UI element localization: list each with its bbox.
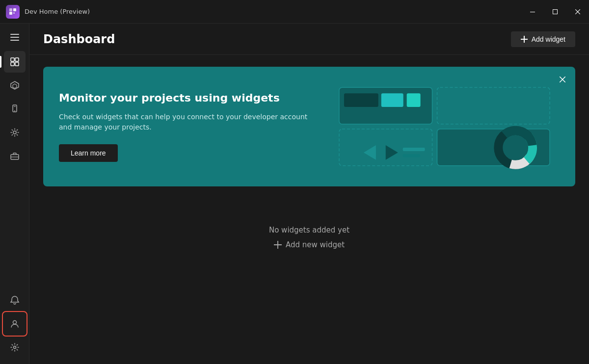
banner-title: Monitor your projects using widgets	[59, 91, 334, 105]
sidebar-item-dashboard[interactable]	[4, 51, 26, 73]
svg-rect-35	[403, 148, 425, 151]
sidebar	[0, 24, 29, 364]
page-title: Dashboard	[43, 32, 115, 46]
svg-rect-9	[10, 37, 19, 38]
svg-rect-36	[403, 154, 420, 157]
menu-toggle-button[interactable]	[4, 27, 26, 47]
learn-more-button[interactable]: Learn more	[59, 144, 118, 162]
main-content: Dashboard Add widget	[29, 24, 589, 364]
svg-rect-30	[407, 93, 421, 107]
no-widgets-text: No widgets added yet	[269, 226, 349, 234]
sidebar-nav	[0, 51, 29, 167]
main-header: Dashboard Add widget	[29, 24, 589, 55]
empty-state: No widgets added yet Add new widget	[43, 186, 575, 249]
sidebar-item-dev-settings[interactable]	[4, 122, 26, 143]
svg-rect-13	[11, 62, 14, 66]
svg-rect-10	[10, 40, 19, 41]
svg-rect-29	[381, 93, 403, 107]
sidebar-item-settings[interactable]	[4, 337, 26, 358]
minimize-button[interactable]	[521, 0, 544, 24]
svg-point-22	[13, 346, 16, 349]
svg-rect-1	[13, 8, 16, 11]
add-widget-label: Add widget	[532, 35, 565, 43]
content-area: Monitor your projects using widgets Chec…	[29, 55, 589, 261]
svg-marker-34	[386, 145, 398, 160]
svg-rect-14	[15, 62, 19, 66]
banner-illustration	[334, 82, 560, 171]
sidebar-item-extensions[interactable]	[4, 75, 26, 96]
sidebar-item-machine[interactable]	[4, 98, 26, 120]
sidebar-bottom	[0, 289, 29, 364]
titlebar: Dev Home (Preview)	[0, 0, 589, 24]
svg-rect-0	[9, 12, 12, 15]
close-button[interactable]	[566, 0, 589, 24]
svg-rect-11	[11, 58, 14, 61]
add-new-widget-label: Add new widget	[286, 240, 345, 249]
banner-description: Check out widgets that can help you conn…	[59, 112, 314, 132]
app-layout: Dashboard Add widget	[0, 24, 589, 364]
svg-rect-28	[344, 93, 378, 107]
svg-rect-5	[553, 10, 558, 14]
svg-rect-12	[15, 58, 19, 61]
svg-rect-3	[9, 8, 12, 11]
svg-rect-31	[437, 87, 550, 124]
svg-rect-4	[530, 12, 535, 12]
sidebar-item-account-settings[interactable]	[4, 313, 26, 335]
svg-point-16	[14, 110, 15, 111]
add-widget-button[interactable]: Add widget	[511, 31, 575, 47]
app-title: Dev Home (Preview)	[25, 8, 90, 15]
svg-rect-2	[13, 12, 15, 14]
banner: Monitor your projects using widgets Chec…	[43, 67, 575, 186]
maximize-button[interactable]	[544, 0, 566, 24]
svg-rect-8	[10, 34, 19, 35]
svg-marker-33	[364, 145, 376, 160]
sidebar-item-notifications[interactable]	[4, 289, 26, 311]
app-icon	[6, 5, 20, 19]
svg-point-18	[13, 131, 16, 134]
banner-text: Monitor your projects using widgets Chec…	[59, 82, 334, 171]
window-controls	[521, 0, 589, 24]
add-new-widget-link[interactable]: Add new widget	[274, 240, 345, 249]
sidebar-item-projects[interactable]	[4, 145, 26, 167]
svg-point-21	[13, 321, 16, 324]
svg-rect-32	[339, 129, 432, 166]
